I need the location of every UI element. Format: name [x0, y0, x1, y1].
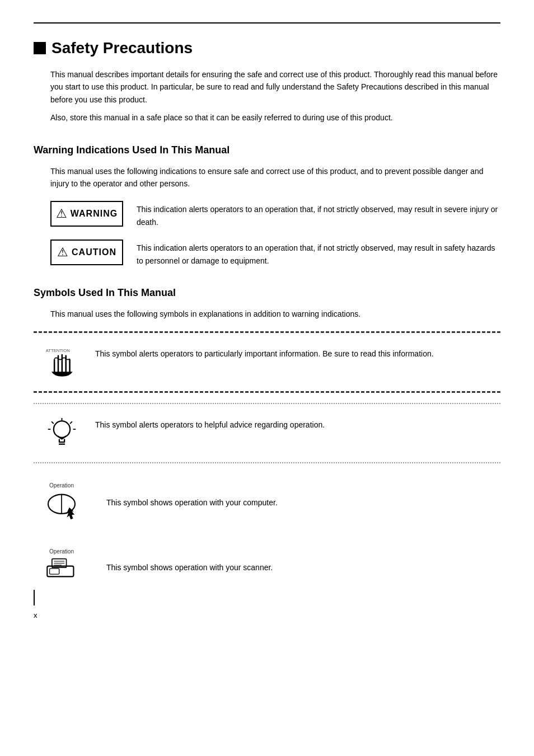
svg-line-12: [51, 422, 54, 424]
scanner-symbol-row: Operation This symbol shows operation wi…: [34, 539, 500, 593]
dotted-bottom-rule: [34, 462, 500, 463]
attention-symbol-row: ATTENTION This symbol alerts operators t…: [34, 339, 500, 386]
dashed-bottom-rule: [34, 391, 500, 393]
attention-symbol-block: ATTENTION This symbol alerts operators t…: [34, 331, 500, 393]
warning-triangle-icon: ⚠: [56, 206, 67, 221]
computer-icon: Operation: [39, 482, 84, 520]
caution-desc: This indication alerts operators to an o…: [137, 240, 500, 267]
scanner-symbol-block: Operation This symbol shows operation wi…: [34, 539, 500, 593]
page-number: x: [34, 611, 38, 619]
attention-svg-icon: ATTENTION: [45, 345, 78, 379]
main-title: Safety Precautions: [51, 39, 193, 57]
symbols-body: This manual uses the following symbols i…: [34, 308, 500, 320]
warning-indications-body: This manual uses the following indicatio…: [34, 165, 500, 190]
page-footer: x: [34, 611, 38, 619]
caution-triangle-icon: ⚠: [57, 245, 68, 260]
scanner-label: Operation: [49, 548, 74, 555]
lightbulb-desc: This symbol alerts operators to helpful …: [95, 416, 325, 431]
lightbulb-svg-icon: [46, 416, 77, 450]
lightbulb-symbol-block: This symbol alerts operators to helpful …: [34, 403, 500, 463]
dotted-top-rule: [34, 403, 500, 404]
warning-label: WARNING: [71, 209, 118, 219]
lightbulb-icon: [39, 416, 84, 450]
caution-box: ⚠ CAUTION: [50, 240, 123, 265]
warning-desc: This indication alerts operators to an o…: [137, 201, 500, 228]
title-square-icon: [34, 42, 46, 54]
svg-line-13: [70, 422, 72, 424]
footer-rule: [34, 590, 35, 605]
warning-box: ⚠ WARNING: [50, 201, 123, 227]
svg-point-6: [53, 421, 69, 438]
page-container: Safety Precautions This manual describes…: [0, 0, 534, 636]
svg-rect-21: [50, 569, 59, 574]
warning-indications-heading: Warning Indications Used In This Manual: [34, 144, 500, 156]
attention-desc: This symbol alerts operators to particul…: [95, 345, 434, 360]
scanner-svg-icon: [45, 556, 78, 584]
computer-label: Operation: [49, 482, 74, 489]
computer-symbol-row: Operation This symbol shows operation wi…: [34, 473, 500, 529]
computer-desc: This symbol shows operation with your co…: [106, 494, 278, 509]
computer-symbol-block: Operation This symbol shows operation wi…: [34, 473, 500, 529]
attention-icon: ATTENTION: [39, 345, 84, 379]
caution-indicator-row: ⚠ CAUTION This indication alerts operato…: [34, 240, 500, 267]
dashed-top-rule: [34, 331, 500, 333]
computer-svg-icon: [45, 490, 78, 520]
warning-indicator-row: ⚠ WARNING This indication alerts operato…: [34, 201, 500, 228]
page-title: Safety Precautions: [34, 39, 500, 57]
top-rule: [34, 22, 500, 24]
intro-paragraph-2: Also, store this manual in a safe place …: [34, 111, 500, 124]
symbols-heading: Symbols Used In This Manual: [34, 287, 500, 299]
scanner-desc: This symbol shows operation with your sc…: [106, 559, 273, 574]
intro-paragraph-1: This manual describes important details …: [34, 68, 500, 106]
svg-text:ATTENTION: ATTENTION: [46, 348, 70, 353]
caution-label: CAUTION: [72, 247, 116, 257]
scanner-icon: Operation: [39, 548, 84, 584]
lightbulb-symbol-row: This symbol alerts operators to helpful …: [34, 410, 500, 457]
